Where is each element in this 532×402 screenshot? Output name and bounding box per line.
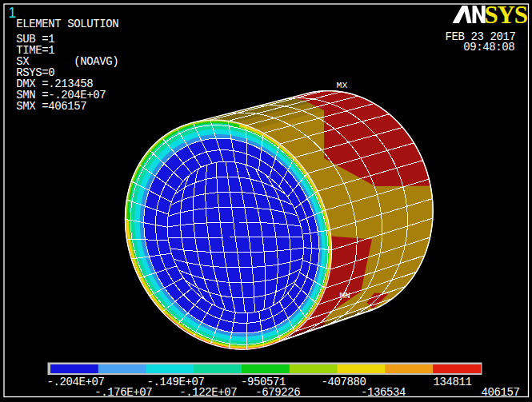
svg-text:-136534: -136534: [361, 386, 406, 399]
svg-text:MX: MX: [337, 80, 348, 90]
svg-text:406157: 406157: [482, 386, 520, 399]
svg-text:-407880: -407880: [322, 376, 366, 388]
svg-text:SYS: SYS: [485, 1, 527, 29]
svg-text:134811: 134811: [434, 376, 472, 388]
svg-text:09:48:08: 09:48:08: [463, 41, 514, 54]
svg-text:SMX =406157: SMX =406157: [16, 100, 86, 113]
svg-text:MN: MN: [339, 290, 350, 301]
svg-text:ELEMENT SOLUTION: ELEMENT SOLUTION: [16, 18, 118, 30]
svg-text:1: 1: [9, 5, 17, 21]
svg-text:-679226: -679226: [255, 386, 300, 399]
svg-text:-.122E+07: -.122E+07: [179, 386, 237, 399]
svg-text:-.176E+07: -.176E+07: [94, 386, 152, 399]
